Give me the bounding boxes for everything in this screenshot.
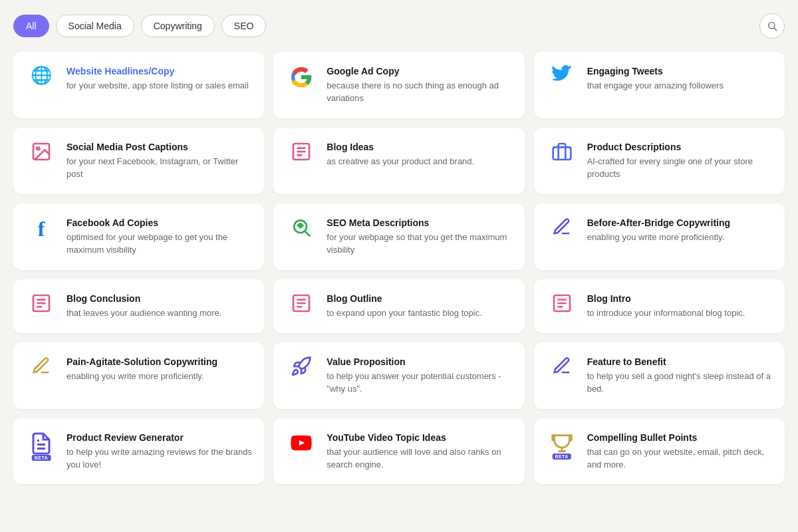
card-icon-wrapper: f <box>25 217 57 241</box>
google-icon <box>289 65 313 92</box>
card-value-proposition[interactable]: Value Proposition to help you answer you… <box>273 342 524 409</box>
card-content: Social Media Post Captions for your next… <box>66 141 252 181</box>
card-icon-wrapper <box>25 293 57 317</box>
youtube-icon <box>290 432 313 457</box>
svg-line-9 <box>305 231 310 236</box>
card-desc: for your next Facebook, Instagram, or Tw… <box>66 156 252 181</box>
card-website-headlines[interactable]: 🌐 Website Headlines/Copy for your websit… <box>13 52 264 118</box>
card-icon-wrapper <box>285 141 317 165</box>
card-icon-wrapper <box>285 432 317 457</box>
card-title: Blog Conclusion <box>66 293 221 305</box>
card-desc: to help you write amazing reviews for th… <box>66 446 252 471</box>
card-google-ad-copy[interactable]: Google Ad Copy because there is no such … <box>273 52 524 118</box>
card-bab-copywriting[interactable]: Before-After-Bridge Copywriting enabling… <box>534 203 785 270</box>
card-desc: that your audience will love and also ra… <box>327 446 512 471</box>
globe-icon: 🌐 <box>31 65 52 86</box>
card-desc: for your website, app store listing or s… <box>66 80 249 92</box>
card-content: Pain-Agitate-Solution Copywriting enabli… <box>66 356 217 383</box>
card-blog-conclusion[interactable]: Blog Conclusion that leaves your audienc… <box>13 279 264 333</box>
card-content: Blog Conclusion that leaves your audienc… <box>66 293 221 320</box>
card-desc: for your webpage so that you get the max… <box>327 231 512 257</box>
card-grid: 🌐 Website Headlines/Copy for your websit… <box>13 52 785 484</box>
card-title: Compelling Bullet Points <box>587 432 773 444</box>
beta-badge: BETA <box>32 455 51 461</box>
card-desc: to help you answer your potential custom… <box>327 370 512 396</box>
card-title: Blog Outline <box>327 293 481 305</box>
rocket-icon <box>291 356 312 380</box>
card-desc: AI-crafted for every single one of your … <box>587 156 773 181</box>
card-content: YouTube Video Topic Ideas that your audi… <box>327 432 512 471</box>
card-seo-meta[interactable]: SEO Meta Descriptions for your webpage s… <box>273 203 524 270</box>
search-button[interactable] <box>759 13 785 39</box>
svg-point-3 <box>37 147 39 150</box>
card-desc: that can go on your website, email, pitc… <box>587 446 773 471</box>
card-desc: that leaves your audience wanting more. <box>66 307 221 320</box>
card-desc: optimised for your webpage to get you th… <box>66 231 252 257</box>
card-product-descriptions[interactable]: Product Descriptions AI-crafted for ever… <box>534 128 785 194</box>
card-desc: to help you sell a good night's sleep in… <box>587 370 773 396</box>
card-content: Feature to Benefit to help you sell a go… <box>587 356 773 396</box>
filter-copywriting[interactable]: Copywriting <box>141 15 215 37</box>
card-facebook-ad-copies[interactable]: f Facebook Ad Copies optimised for your … <box>13 203 264 270</box>
card-title: Google Ad Copy <box>327 65 512 77</box>
card-icon-wrapper <box>546 65 578 91</box>
card-icon-wrapper <box>285 356 317 380</box>
card-social-media-captions[interactable]: Social Media Post Captions for your next… <box>13 128 264 194</box>
stamp-beta-icon <box>29 432 53 458</box>
card-content: Facebook Ad Copies optimised for your we… <box>66 217 252 257</box>
card-content: Blog Outline to expand upon your fantast… <box>327 293 481 320</box>
card-icon-wrapper <box>25 141 57 167</box>
card-pas-copywriting[interactable]: Pain-Agitate-Solution Copywriting enabli… <box>13 342 264 409</box>
card-content: Engaging Tweets that engage your amazing… <box>587 65 724 92</box>
card-title: Value Proposition <box>327 356 512 368</box>
card-desc: that engage your amazing followers <box>587 80 724 92</box>
card-title: Product Review Generator <box>66 432 252 444</box>
card-blog-ideas[interactable]: Blog Ideas as creative as your product a… <box>273 128 524 194</box>
card-title: Pain-Agitate-Solution Copywriting <box>66 356 217 368</box>
card-title: Engaging Tweets <box>587 65 724 77</box>
card-title: Website Headlines/Copy <box>66 65 249 77</box>
card-icon-wrapper <box>285 293 317 317</box>
card-compelling-bullets[interactable]: BETA Compelling Bullet Points that can g… <box>534 418 785 485</box>
social-media-icon <box>31 141 52 167</box>
blog-red-icon <box>551 293 573 317</box>
card-content: SEO Meta Descriptions for your webpage s… <box>327 217 512 257</box>
card-engaging-tweets[interactable]: Engaging Tweets that engage your amazing… <box>534 52 785 118</box>
card-icon-wrapper: 🌐 <box>25 65 57 86</box>
svg-point-10 <box>300 225 302 227</box>
card-icon-wrapper <box>546 141 578 165</box>
filter-all[interactable]: All <box>13 15 49 37</box>
card-icon-wrapper <box>25 356 57 378</box>
seo-icon <box>291 217 312 241</box>
filter-social-media[interactable]: Social Media <box>56 15 134 37</box>
blog-red-icon <box>291 293 312 317</box>
facebook-icon: f <box>38 217 45 241</box>
card-content: Google Ad Copy because there is no such … <box>327 65 512 105</box>
card-product-review[interactable]: BETA Product Review Generator to help yo… <box>13 418 264 485</box>
card-desc: to expand upon your fantastic blog topic… <box>327 307 481 320</box>
card-content: Before-After-Bridge Copywriting enabling… <box>587 217 730 244</box>
card-feature-to-benefit[interactable]: Feature to Benefit to help you sell a go… <box>534 342 785 409</box>
card-title: YouTube Video Topic Ideas <box>327 432 512 444</box>
card-icon-wrapper: BETA <box>25 432 57 458</box>
card-content: Product Descriptions AI-crafted for ever… <box>587 141 773 181</box>
card-icon-wrapper <box>285 65 317 92</box>
card-youtube-topics[interactable]: YouTube Video Topic Ideas that your audi… <box>273 418 524 485</box>
card-content: Blog Ideas as creative as your product a… <box>327 141 474 168</box>
card-icon-wrapper: BETA <box>546 432 578 457</box>
card-blog-intro[interactable]: Blog Intro to introduce your information… <box>534 279 785 333</box>
pencil-blue-icon <box>552 356 572 378</box>
card-blog-outline[interactable]: Blog Outline to expand upon your fantast… <box>273 279 524 333</box>
card-icon-wrapper <box>546 217 578 239</box>
svg-line-1 <box>774 28 777 31</box>
card-title: Blog Intro <box>587 293 745 305</box>
card-content: Value Proposition to help you answer you… <box>327 356 512 396</box>
filter-seo[interactable]: SEO <box>221 15 267 37</box>
card-icon-wrapper <box>546 356 578 378</box>
card-title: SEO Meta Descriptions <box>327 217 512 229</box>
card-desc: enabling you write more proficiently. <box>66 370 217 383</box>
product-desc-icon <box>551 141 573 165</box>
beta-badge: BETA <box>552 454 571 460</box>
card-content: Compelling Bullet Points that can go on … <box>587 432 773 471</box>
bab-icon <box>552 217 572 239</box>
